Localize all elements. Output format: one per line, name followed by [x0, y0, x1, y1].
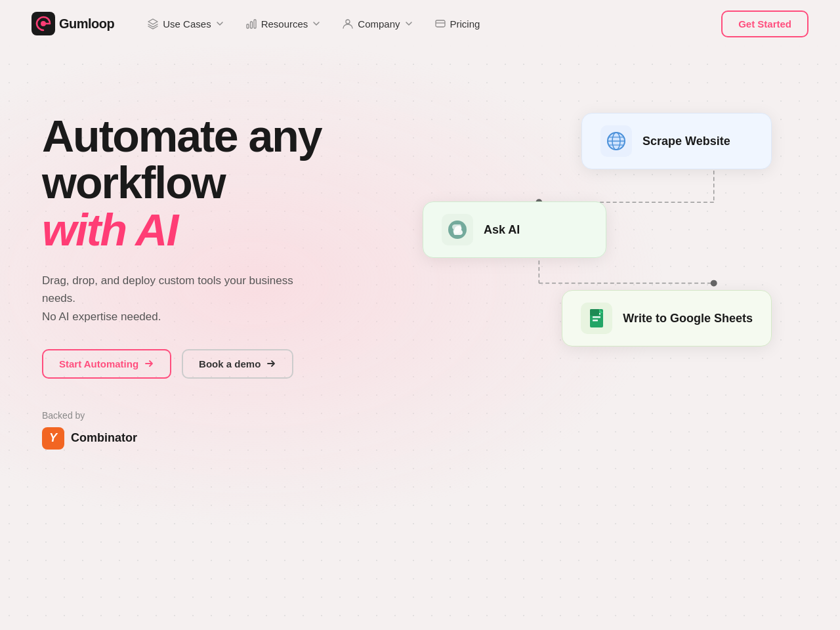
start-automating-label: Start Automating	[59, 358, 138, 369]
svg-point-15	[711, 280, 717, 287]
subtitle-line2: No AI expertise needed.	[42, 310, 161, 323]
chevron-down-icon-2	[312, 19, 321, 28]
layers-icon	[147, 18, 159, 30]
chevron-down-icon	[215, 19, 224, 28]
yc-initial: Y	[49, 431, 57, 445]
google-sheets-icon	[586, 308, 607, 329]
nav-right: Get Started	[721, 10, 808, 37]
subtitle-line1: Drag, drop, and deploy custom tools your…	[42, 274, 293, 304]
nav-left: Gumloop Use Cases	[32, 12, 489, 35]
book-demo-button[interactable]: Book a demo	[182, 349, 293, 379]
nav-item-pricing[interactable]: Pricing	[425, 12, 490, 35]
ask-ai-label: Ask AI	[484, 223, 520, 237]
svg-rect-4	[254, 20, 256, 28]
hero-heading: Automate any workflow with AI	[42, 113, 383, 253]
person-icon	[342, 18, 354, 30]
heading-ai: with AI	[42, 205, 177, 255]
pricing-label: Pricing	[450, 18, 480, 30]
gumloop-logo-icon	[32, 12, 55, 35]
write-sheets-card: Write to Google Sheets	[562, 290, 772, 346]
backed-by-section: Backed by Y Combinator	[42, 410, 383, 450]
book-demo-label: Book a demo	[199, 358, 261, 369]
arrow-right-icon-2	[266, 358, 276, 369]
svg-rect-26	[590, 309, 599, 316]
chart-icon	[245, 18, 257, 30]
yc-logo: Y	[42, 427, 64, 450]
heading-line1: Automate any	[42, 111, 322, 161]
scrape-icon-container	[600, 125, 632, 157]
main-content: Automate any workflow with AI Drag, drop…	[0, 47, 840, 630]
svg-rect-24	[593, 316, 600, 318]
nav-item-use-cases[interactable]: Use Cases	[138, 12, 233, 35]
globe-icon	[606, 131, 627, 152]
svg-rect-2	[247, 24, 249, 28]
svg-rect-25	[593, 320, 598, 322]
company-label: Company	[358, 18, 400, 30]
nav-item-company[interactable]: Company	[333, 12, 422, 35]
backed-by-label: Backed by	[42, 410, 383, 421]
yc-badge: Y Combinator	[42, 427, 383, 450]
heading-line2: workflow	[42, 158, 225, 207]
arrow-right-icon	[144, 358, 154, 369]
ask-ai-card: Ask AI	[423, 201, 606, 258]
start-automating-button[interactable]: Start Automating	[42, 349, 171, 379]
get-started-button[interactable]: Get Started	[721, 10, 808, 37]
openai-icon	[447, 219, 468, 240]
nav-item-resources[interactable]: Resources	[236, 12, 331, 35]
nav-links: Use Cases Resources	[138, 12, 489, 35]
write-sheets-label: Write to Google Sheets	[623, 312, 753, 326]
hero-subtitle: Drag, drop, and deploy custom tools your…	[42, 272, 318, 326]
yc-name: Combinator	[71, 431, 137, 445]
scrape-website-label: Scrape Website	[642, 135, 730, 148]
logo-text: Gumloop	[59, 16, 114, 32]
card-icon	[434, 18, 446, 30]
scrape-website-card: Scrape Website	[581, 113, 772, 169]
ai-icon-container	[442, 214, 473, 245]
svg-rect-6	[436, 20, 445, 27]
svg-point-5	[346, 20, 350, 24]
hero-content: Automate any workflow with AI Drag, drop…	[42, 100, 383, 450]
use-cases-label: Use Cases	[163, 18, 211, 30]
hero-visual: Scrape Website Ask AI	[410, 100, 798, 428]
chevron-down-icon-3	[404, 19, 413, 28]
navbar: Gumloop Use Cases	[0, 0, 840, 47]
svg-rect-3	[250, 22, 252, 28]
hero-buttons: Start Automating Book a demo	[42, 349, 383, 379]
resources-label: Resources	[261, 18, 308, 30]
logo[interactable]: Gumloop	[32, 12, 114, 35]
sheets-icon-container	[581, 303, 612, 334]
